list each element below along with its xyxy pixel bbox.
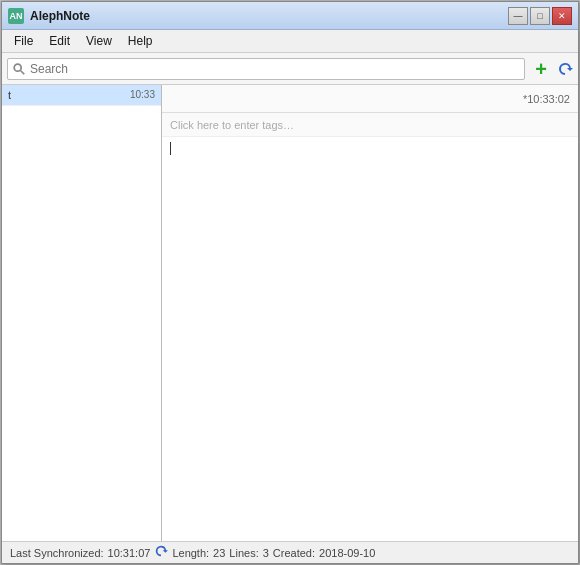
minimize-button[interactable]: — [508, 7, 528, 25]
lines-label: Lines: [229, 547, 258, 559]
add-note-button[interactable]: + [529, 57, 553, 81]
length-value: 23 [213, 547, 225, 559]
length-label: Length: [172, 547, 209, 559]
note-list-item[interactable]: t 10:33 [2, 85, 161, 106]
window-controls: — □ ✕ [508, 7, 572, 25]
svg-point-0 [14, 64, 21, 71]
main-window: AN AlephNote — □ ✕ File Edit View Help + [1, 1, 579, 564]
editor-area: *10:33:02 Click here to enter tags… [162, 85, 578, 541]
tags-bar[interactable]: Click here to enter tags… [162, 113, 578, 137]
sync-label: Last Synchronized: [10, 547, 104, 559]
main-content: t 10:33 *10:33:02 Click here to enter ta… [2, 85, 578, 541]
svg-line-1 [21, 70, 25, 74]
menu-file[interactable]: File [6, 32, 41, 50]
note-timestamp: *10:33:02 [523, 93, 570, 105]
search-icon [12, 62, 26, 76]
sync-icon[interactable] [557, 61, 573, 77]
editor-content[interactable] [162, 137, 578, 541]
menu-edit[interactable]: Edit [41, 32, 78, 50]
maximize-button[interactable]: □ [530, 7, 550, 25]
lines-value: 3 [263, 547, 269, 559]
window-title: AlephNote [30, 9, 508, 23]
text-cursor [170, 142, 171, 155]
toolbar: + [2, 53, 578, 85]
app-icon: AN [8, 8, 24, 24]
editor-title-bar: *10:33:02 [162, 85, 578, 113]
title-bar: AN AlephNote — □ ✕ [2, 2, 578, 30]
menu-view[interactable]: View [78, 32, 120, 50]
note-time: 10:33 [130, 89, 155, 100]
note-title-input[interactable] [170, 92, 523, 106]
notes-list: t 10:33 [2, 85, 162, 541]
close-button[interactable]: ✕ [552, 7, 572, 25]
search-box [7, 58, 525, 80]
sync-time: 10:31:07 [108, 547, 151, 559]
menu-help[interactable]: Help [120, 32, 161, 50]
note-title: t [8, 89, 126, 101]
resync-icon[interactable] [154, 544, 168, 561]
menu-bar: File Edit View Help [2, 30, 578, 53]
created-label: Created: [273, 547, 315, 559]
status-bar: Last Synchronized: 10:31:07 Length: 23 L… [2, 541, 578, 563]
tags-placeholder: Click here to enter tags… [170, 119, 294, 131]
search-input[interactable] [30, 62, 520, 76]
created-value: 2018-09-10 [319, 547, 375, 559]
